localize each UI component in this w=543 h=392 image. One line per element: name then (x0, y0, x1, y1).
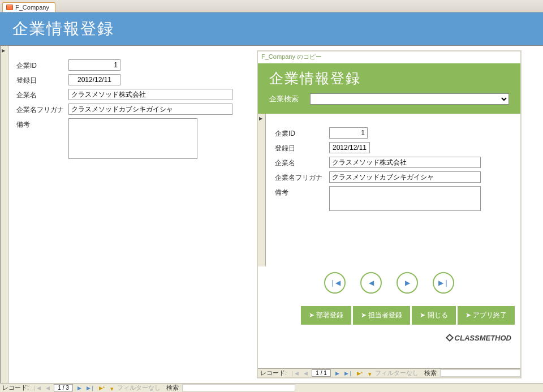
recnav-label: レコード: (260, 369, 287, 377)
button-exit-app[interactable]: ➤ アプリ終了 (458, 306, 515, 325)
label-company-search: 企業検索 (269, 94, 299, 104)
sub-label-remarks: 備考 (275, 186, 329, 197)
input-company-name[interactable] (68, 89, 232, 100)
recnav-prev-icon[interactable]: ◀ (300, 369, 311, 377)
label-furigana: 企業名フリガナ (16, 104, 68, 115)
record-selector-main[interactable] (1, 46, 8, 383)
button-close[interactable]: ➤ 閉じる (412, 306, 455, 325)
subform-company-copy: F_Company のコピー 企業情報登録 企業検索 企業ID 登録日 企業名 (257, 50, 522, 378)
button-dept-register[interactable]: ➤ 部署登録 (301, 306, 351, 325)
recnav-main-last-icon[interactable]: ▶❘ (85, 384, 96, 392)
record-navigator-main: レコード: ❘◀ ◀ ▶ ▶❘ ▶* ▾フィルターなし 検索 (0, 383, 543, 392)
sub-label-reg-date: 登録日 (275, 142, 329, 153)
recnav-main-new-icon[interactable]: ▶* (97, 384, 107, 392)
classmethod-logo: CLASSMETHOD (258, 330, 520, 342)
sub-input-reg-date[interactable] (329, 142, 370, 153)
label-company-id: 企業ID (16, 59, 68, 71)
left-form: 企業ID 登録日 企業名 企業名フリガナ 備考 (16, 59, 243, 162)
sub-input-furigana[interactable] (329, 171, 481, 183)
label-remarks: 備考 (16, 118, 68, 130)
sub-input-remarks[interactable] (329, 186, 481, 211)
input-company-id[interactable] (68, 59, 120, 71)
funnel-icon: ▾ (368, 371, 374, 376)
record-navigator-sub: レコード: ❘◀ ◀ ▶ ▶❘ ▶* ▾フィルターなし 検索 (258, 368, 520, 377)
form-body: 企業ID 登録日 企業名 企業名フリガナ 備考 F_Company のコピー 企… (0, 45, 543, 383)
recnav-new-icon[interactable]: ▶* (355, 369, 365, 377)
label-company-name: 企業名 (16, 89, 68, 100)
form-icon (6, 5, 13, 10)
recnav-main-first-icon[interactable]: ❘◀ (31, 384, 41, 392)
recnav-main-position[interactable] (54, 384, 73, 391)
input-furigana[interactable] (68, 104, 232, 115)
recnav-search-label: 検索 (424, 369, 437, 377)
funnel-icon: ▾ (110, 385, 116, 391)
recnav-main-search-input[interactable] (182, 384, 295, 391)
input-remarks[interactable] (68, 118, 197, 159)
nav-next-button[interactable]: ▶ (397, 272, 418, 294)
combo-company-search[interactable] (310, 93, 509, 105)
label-reg-date: 登録日 (16, 74, 68, 85)
tab-f-company[interactable]: F_Company (2, 2, 55, 12)
navigation-circle-row: ❘◀ ◀ ▶ ▶❘ (258, 266, 520, 304)
recnav-main-search-label: 検索 (166, 384, 179, 392)
diamond-icon (446, 334, 454, 342)
sub-label-furigana: 企業名フリガナ (275, 171, 329, 183)
nav-first-button[interactable]: ❘◀ (324, 272, 346, 294)
recnav-search-input[interactable] (440, 369, 520, 377)
record-selector-sub[interactable] (258, 114, 266, 266)
sub-label-company-id: 企業ID (275, 127, 329, 139)
command-button-row: ➤ 部署登録 ➤ 担当者登録 ➤ 閉じる ➤ アプリ終了 (258, 304, 520, 330)
button-person-register[interactable]: ➤ 担当者登録 (353, 306, 410, 325)
subform-caption: F_Company のコピー (258, 51, 520, 63)
recnav-main-filter[interactable]: ▾フィルターなし (110, 384, 161, 392)
subform-title: 企業情報登録 (258, 63, 520, 93)
recnav-main-label: レコード: (2, 384, 29, 392)
recnav-main-next-icon[interactable]: ▶ (74, 384, 84, 392)
recnav-last-icon[interactable]: ▶❘ (343, 369, 354, 377)
search-row: 企業検索 (258, 93, 520, 114)
tab-strip: F_Company (0, 0, 543, 12)
recnav-filter[interactable]: ▾フィルターなし (368, 369, 419, 377)
page-title: 企業情報登録 (0, 12, 543, 46)
nav-last-button[interactable]: ▶❘ (433, 272, 454, 294)
nav-prev-button[interactable]: ◀ (360, 272, 382, 294)
sub-input-company-id[interactable] (329, 127, 368, 139)
tab-label: F_Company (15, 4, 49, 11)
recnav-main-prev-icon[interactable]: ◀ (42, 384, 53, 392)
recnav-first-icon[interactable]: ❘◀ (289, 369, 299, 377)
recnav-next-icon[interactable]: ▶ (332, 369, 342, 377)
logo-text: CLASSMETHOD (455, 334, 511, 342)
input-reg-date[interactable] (68, 74, 120, 85)
sub-input-company-name[interactable] (329, 157, 481, 168)
recnav-position[interactable] (312, 369, 331, 377)
sub-label-company-name: 企業名 (275, 157, 329, 168)
